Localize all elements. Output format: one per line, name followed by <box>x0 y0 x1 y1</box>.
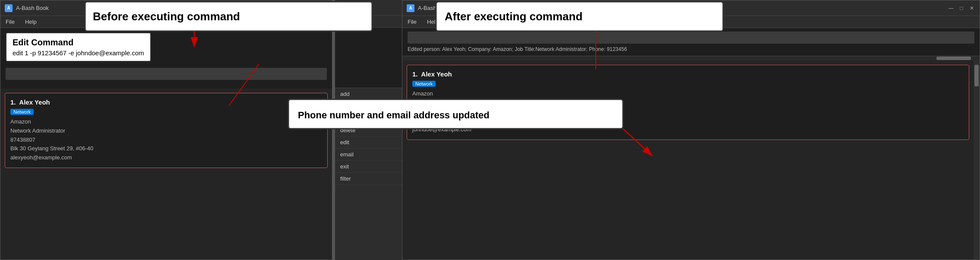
suggestion-exit[interactable]: exit <box>335 161 402 173</box>
left-menu-help[interactable]: Help <box>23 18 38 26</box>
suggestion-add[interactable]: add <box>335 88 402 100</box>
left-menu-file[interactable]: File <box>4 18 16 26</box>
left-contact-tag: Network <box>10 109 34 115</box>
right-contact-tag: Network <box>412 81 436 87</box>
command-text: edit 1 -p 91234567 -e johndoe@example.co… <box>13 49 144 57</box>
horizontal-scrollbar[interactable] <box>936 57 971 60</box>
right-minimize-btn[interactable]: — <box>948 5 955 12</box>
right-maximize-btn[interactable]: □ <box>958 5 965 12</box>
left-close-btn[interactable]: ✕ <box>321 5 328 12</box>
suggestion-edit[interactable]: edit <box>335 136 402 149</box>
right-content: 1. Alex Yeoh Network Amazon Network Admi… <box>402 60 980 260</box>
right-window: A A-Bash Book — □ ✕ File Help Edited per… <box>402 0 980 260</box>
suggestion-filter[interactable]: filter <box>335 173 402 185</box>
left-contact-name: 1. Alex Yeoh <box>10 98 322 106</box>
left-content-area: 1. Alex Yeoh Network Amazon Network Admi… <box>0 89 332 260</box>
right-contact-name: 1. Alex Yeoh <box>412 70 964 78</box>
right-vertical-scrollbar[interactable] <box>974 60 980 260</box>
right-window-controls: — □ ✕ <box>948 5 975 12</box>
left-minimize-btn[interactable]: — <box>300 5 307 12</box>
left-titlebar: A A-Bash Book — □ ✕ <box>0 0 332 16</box>
suggestion-email[interactable]: email <box>335 149 402 161</box>
right-menu-help[interactable]: Help <box>425 18 440 26</box>
left-command-area: Edit Command edit 1 -p 91234567 -e johnd… <box>0 28 332 89</box>
right-contact-detail: Amazon Network Administrator 91234567 Bl… <box>412 89 964 134</box>
suggestion-alias[interactable]: alias <box>335 100 402 112</box>
right-contact-list: 1. Alex Yeoh Network Amazon Network Admi… <box>402 60 974 260</box>
right-app-icon: A <box>407 4 414 12</box>
left-input-bar[interactable] <box>6 68 327 80</box>
right-output-line: Edited person: Alex Yeoh; Company: Amazo… <box>408 46 974 52</box>
left-contact-list: 1. Alex Yeoh Network Amazon Network Admi… <box>0 89 332 260</box>
suggestion-delete[interactable]: delete <box>335 124 402 136</box>
right-menu-file[interactable]: File <box>406 18 418 26</box>
left-window: A A-Bash Book — □ ✕ File Help Edit Comma… <box>0 0 332 260</box>
right-menu-bar: File Help <box>402 16 980 28</box>
suggestions-area: add alias clear delete edit email exit f… <box>335 0 402 260</box>
right-close-btn[interactable]: ✕ <box>968 5 975 12</box>
left-maximize-btn[interactable]: □ <box>310 5 317 12</box>
left-contact-detail: Amazon Network Administrator 87438807 Bl… <box>10 117 322 162</box>
left-app-icon: A <box>5 4 13 12</box>
right-window-title: A-Bash Book <box>418 5 948 11</box>
left-window-title: A-Bash Book <box>16 5 300 11</box>
suggestion-clear[interactable]: clear <box>335 112 402 124</box>
command-label: Edit Command <box>13 38 144 48</box>
right-titlebar: A A-Bash Book — □ ✕ <box>402 0 980 16</box>
left-contact-card: 1. Alex Yeoh Network Amazon Network Admi… <box>5 93 328 168</box>
right-scrollbar-thumb[interactable] <box>974 65 979 86</box>
left-menu-bar: File Help <box>0 16 332 28</box>
left-window-controls: — □ ✕ <box>300 5 328 12</box>
right-output-area: Edited person: Alex Yeoh; Company: Amazo… <box>402 28 980 56</box>
right-input-bar[interactable] <box>408 32 974 44</box>
command-suggestions: add alias clear delete edit email exit f… <box>335 88 402 260</box>
right-contact-card: 1. Alex Yeoh Network Amazon Network Admi… <box>407 65 969 140</box>
